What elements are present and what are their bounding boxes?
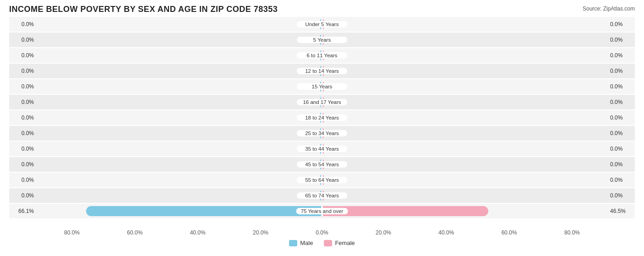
chart-container: INCOME BELOW POVERTY BY SEX AND AGE IN Z…	[0, 0, 644, 256]
bar-section: 35 to 44 Years	[37, 142, 607, 156]
x-axis-label: 80.0%	[64, 229, 80, 236]
bar-row: 0.0%35 to 44 Years0.0%	[9, 142, 635, 156]
left-value: 66.1%	[9, 208, 37, 214]
bar-section: 55 to 64 Years	[37, 173, 607, 187]
left-value: 0.0%	[9, 161, 37, 168]
bar-section: 5 Years	[37, 33, 607, 47]
x-axis-label: 0.0%	[316, 229, 328, 236]
bar-row: 0.0%12 to 14 Years0.0%	[9, 64, 635, 78]
male-bar	[320, 113, 321, 123]
bar-section: 12 to 14 Years	[37, 64, 607, 78]
bar-section: Under 5 Years	[37, 17, 607, 32]
female-bar	[323, 113, 324, 123]
x-axis-label: 80.0%	[564, 229, 580, 236]
bar-row: 0.0%55 to 64 Years0.0%	[9, 173, 635, 187]
x-axis-label: 20.0%	[376, 229, 391, 236]
bar-section: 45 to 54 Years	[37, 157, 607, 172]
male-legend-box	[289, 240, 297, 246]
source-text: Source: ZipAtlas.com	[583, 5, 635, 12]
left-value: 0.0%	[9, 21, 37, 27]
bar-row: 0.0%6 to 11 Years0.0%	[9, 48, 635, 63]
bar-section: 16 and 17 Years	[37, 95, 607, 109]
male-bar	[86, 206, 321, 216]
female-bar	[323, 66, 324, 76]
right-value: 0.0%	[607, 146, 635, 152]
left-value: 0.0%	[9, 52, 37, 59]
chart-title: INCOME BELOW POVERTY BY SEX AND AGE IN Z…	[9, 5, 635, 14]
bar-row: 0.0%45 to 54 Years0.0%	[9, 157, 635, 172]
male-bar	[320, 35, 321, 45]
bar-row: 0.0%65 to 74 Years0.0%	[9, 188, 635, 203]
right-value: 0.0%	[607, 21, 635, 27]
bar-section: 15 Years	[37, 79, 607, 94]
x-axis-label: 40.0%	[190, 229, 206, 236]
male-bar	[320, 175, 321, 185]
female-bar	[323, 206, 488, 216]
bar-section: 18 to 24 Years	[37, 110, 607, 125]
right-value: 0.0%	[607, 83, 635, 90]
female-legend-box	[324, 240, 332, 246]
bar-row: 0.0%15 Years0.0%	[9, 79, 635, 94]
legend-male: Male	[289, 240, 313, 246]
right-value: 0.0%	[607, 192, 635, 199]
right-value: 0.0%	[607, 161, 635, 168]
left-value: 0.0%	[9, 99, 37, 105]
female-bar	[323, 50, 324, 60]
female-bar	[323, 159, 324, 169]
bar-row: 0.0%Under 5 Years0.0%	[9, 17, 635, 32]
male-bar	[320, 191, 321, 201]
right-value: 0.0%	[607, 114, 635, 121]
female-bar	[323, 97, 324, 107]
bar-row: 0.0%25 to 34 Years0.0%	[9, 126, 635, 141]
legend-female: Female	[324, 240, 355, 246]
bar-row: 0.0%5 Years0.0%	[9, 33, 635, 47]
bar-row: 0.0%18 to 24 Years0.0%	[9, 110, 635, 125]
right-value: 0.0%	[607, 68, 635, 74]
x-axis-labels: 80.0%60.0%40.0%20.0%0.0%20.0%40.0%60.0%8…	[37, 229, 607, 236]
right-value: 0.0%	[607, 130, 635, 136]
bar-section: 6 to 11 Years	[37, 48, 607, 63]
right-value: 0.0%	[607, 37, 635, 43]
male-bar	[320, 50, 321, 60]
male-bar	[320, 128, 321, 138]
female-bar	[323, 144, 324, 154]
male-bar	[320, 159, 321, 169]
left-value: 0.0%	[9, 177, 37, 183]
x-axis-row: 80.0%60.0%40.0%20.0%0.0%20.0%40.0%60.0%8…	[9, 229, 635, 236]
left-value: 0.0%	[9, 114, 37, 121]
male-bar	[320, 82, 321, 92]
female-bar	[323, 82, 324, 92]
x-axis-label: 20.0%	[253, 229, 268, 236]
left-value: 0.0%	[9, 192, 37, 199]
bar-section: 65 to 74 Years	[37, 188, 607, 203]
male-bar	[320, 97, 321, 107]
x-axis-label: 60.0%	[502, 229, 517, 236]
male-bar	[320, 144, 321, 154]
right-value: 0.0%	[607, 99, 635, 105]
left-value: 0.0%	[9, 37, 37, 43]
male-legend-label: Male	[300, 240, 313, 246]
chart-area: 0.0%Under 5 Years0.0%0.0%5 Years0.0%0.0%…	[9, 17, 635, 228]
bar-section: 25 to 34 Years	[37, 126, 607, 141]
female-bar	[323, 175, 324, 185]
female-bar	[323, 128, 324, 138]
right-value: 0.0%	[607, 52, 635, 59]
female-legend-label: Female	[335, 240, 355, 246]
x-axis-label: 60.0%	[127, 229, 142, 236]
left-value: 0.0%	[9, 83, 37, 90]
male-bar	[320, 19, 321, 29]
female-bar	[323, 35, 324, 45]
bar-row: 0.0%16 and 17 Years0.0%	[9, 95, 635, 109]
x-axis-label: 40.0%	[438, 229, 454, 236]
male-bar	[320, 66, 321, 76]
right-value: 46.5%	[607, 208, 635, 214]
female-bar	[323, 19, 324, 29]
left-value: 0.0%	[9, 130, 37, 136]
bar-row: 66.1%75 Years and over46.5%	[9, 204, 635, 218]
left-value: 0.0%	[9, 146, 37, 152]
bar-section: 75 Years and over	[37, 204, 607, 218]
left-value: 0.0%	[9, 68, 37, 74]
right-value: 0.0%	[607, 177, 635, 183]
legend: Male Female	[9, 240, 635, 246]
female-bar	[323, 191, 324, 201]
